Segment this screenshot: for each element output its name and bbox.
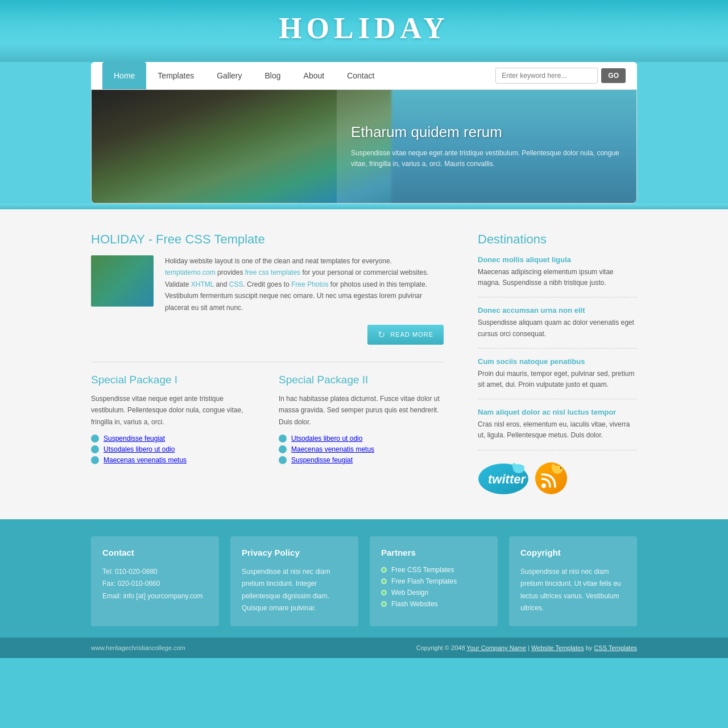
pkg-link[interactable]: Maecenas venenatis metus: [104, 456, 187, 464]
nav-blog[interactable]: Blog: [254, 62, 292, 89]
free-photos-link[interactable]: Free Photos: [291, 280, 328, 288]
footer-privacy-title: Privacy Policy: [242, 548, 347, 557]
footer-partners-title: Partners: [381, 548, 486, 557]
package-1-title: Special Package I: [91, 374, 256, 386]
dest-link-3[interactable]: Cum sociis natoque penatibus: [478, 357, 637, 366]
footer-partners: Partners Free CSS Templates Free Flash T…: [370, 536, 498, 626]
company-name-link[interactable]: Your Company Name: [466, 644, 526, 651]
twitter-icon[interactable]: twitter: [478, 462, 529, 497]
package-2-title: Special Package II: [279, 374, 444, 386]
footer-copyright-text: Suspendisse at nisi nec diam pretium tin…: [520, 566, 626, 615]
destination-item-1: Donec mollis aliquet ligula Maecenas adi…: [478, 255, 637, 297]
hero-title: Etharum quidem rerum: [351, 123, 622, 141]
partner-link-1[interactable]: Free CSS Templates: [391, 566, 454, 574]
footer-copyright-title: Copyright: [520, 548, 626, 557]
destination-item-2: Donec accumsan urna non elit Suspendisse…: [478, 306, 637, 348]
pkg-link[interactable]: Suspendisse feugiat: [291, 456, 353, 464]
site-title: HOLIDAY: [0, 11, 728, 45]
link-dot: [381, 567, 387, 573]
dest-link-2[interactable]: Donec accumsan urna non elit: [478, 306, 637, 315]
css-link[interactable]: CSS: [229, 280, 243, 288]
main-nav: Home Templates Gallery Blog About Contac…: [102, 62, 495, 89]
bullet-icon: [279, 456, 287, 464]
main-section-title: HOLIDAY - Free CSS Template: [91, 232, 444, 247]
article-image: [91, 255, 154, 307]
list-item: Suspendisse feugiat: [91, 435, 256, 442]
footer-link-item: Web Design: [381, 589, 486, 597]
link-dot: [381, 590, 387, 595]
package-1-list: Suspendisse feugiat Utsodales libero ut …: [91, 435, 256, 464]
destinations-title: Destinations: [478, 232, 637, 247]
dest-desc-2: Suspendisse aliquam quam ac dolor venena…: [478, 317, 637, 339]
nav-gallery[interactable]: Gallery: [205, 62, 253, 89]
nav-about[interactable]: About: [292, 62, 336, 89]
package-2-text: In hac habitasse platea dictumst. Fusce …: [279, 393, 444, 428]
svg-point-5: [535, 462, 567, 494]
article-body: Holiday website layout is one of the cle…: [165, 255, 444, 313]
footer-privacy: Privacy Policy Suspendisse at nisi nec d…: [230, 536, 358, 626]
templates-link[interactable]: Website Templates: [531, 644, 584, 651]
read-more-icon: ↻: [378, 329, 386, 340]
partner-link-3[interactable]: Web Design: [391, 589, 428, 597]
templatemo-link[interactable]: templatemo.com: [165, 268, 216, 276]
footer-partners-list: Free CSS Templates Free Flash Templates …: [381, 566, 486, 608]
pkg-link[interactable]: Maecenas venenatis metus: [291, 445, 374, 453]
css-templates-link[interactable]: CSS Templates: [594, 644, 637, 651]
footer-copyright-col: Copyright Suspendisse at nisi nec diam p…: [509, 536, 637, 626]
bullet-icon: [279, 435, 287, 442]
pkg-link[interactable]: Suspendisse feugiat: [104, 435, 165, 442]
dest-link-1[interactable]: Donec mollis aliquet ligula: [478, 255, 637, 264]
list-item: Utsodales libero ut odio: [279, 435, 444, 442]
dest-desc-3: Proin dui mauris, tempor eget, pulvinar …: [478, 369, 637, 390]
xhtml-link[interactable]: XHTML: [191, 280, 214, 288]
footer-privacy-text: Suspendisse at nisi nec diam pretium tin…: [242, 566, 347, 615]
partner-link-2[interactable]: Free Flash Templates: [391, 577, 457, 585]
read-more-button[interactable]: ↻ READ MORE: [367, 325, 444, 345]
pkg-link[interactable]: Utsodales libero ut odio: [104, 445, 175, 453]
nav-home[interactable]: Home: [102, 62, 146, 89]
search-button[interactable]: GO: [601, 68, 626, 83]
bullet-icon: [279, 445, 287, 453]
nav-contact[interactable]: Contact: [336, 62, 386, 89]
svg-point-10: [560, 467, 561, 468]
package-1-text: Suspendisse vitae neque eget ante tristi…: [91, 393, 256, 428]
bullet-icon: [91, 456, 99, 464]
svg-point-8: [559, 466, 562, 470]
footer-link-item: Free CSS Templates: [381, 566, 486, 574]
package-2-list: Utsodales libero ut odio Maecenas venena…: [279, 435, 444, 464]
link-dot: [381, 578, 387, 584]
footer-url: www.heritagechristiancollege.com: [91, 644, 185, 651]
footer-contact-title: Contact: [102, 548, 208, 557]
free-css-link[interactable]: free css templates: [245, 268, 300, 276]
destination-item-4: Nam aliquet dolor ac nisl luctus tempor …: [478, 408, 637, 450]
link-dot: [381, 601, 387, 607]
hero-overlay: Etharum quidem rerum Suspendisse vitae n…: [337, 90, 636, 203]
partner-link-4[interactable]: Flash Websites: [391, 600, 438, 608]
bullet-icon: [91, 445, 99, 453]
social-area: twitter: [478, 462, 637, 497]
pkg-link[interactable]: Utsodales libero ut odio: [291, 435, 362, 442]
destination-item-3: Cum sociis natoque penatibus Proin dui m…: [478, 357, 637, 399]
footer-link-item: Flash Websites: [381, 600, 486, 608]
footer-link-item: Free Flash Templates: [381, 577, 486, 585]
dest-link-4[interactable]: Nam aliquet dolor ac nisl luctus tempor: [478, 408, 637, 416]
list-item: Utsodales libero ut odio: [91, 445, 256, 453]
footer-contact: Contact Tel: 010-020-0880 Fax: 020-010-0…: [91, 536, 219, 626]
nav-templates[interactable]: Templates: [146, 62, 205, 89]
list-item: Maecenas venenatis metus: [279, 445, 444, 453]
svg-point-3: [520, 465, 524, 470]
search-input[interactable]: [495, 68, 598, 84]
svg-point-6: [541, 483, 546, 488]
package-1: Special Package I Suspendisse vitae nequ…: [91, 374, 256, 467]
footer-contact-info: Tel: 010-020-0880 Fax: 020-010-0660 Emai…: [102, 566, 208, 603]
package-2: Special Package II In hac habitasse plat…: [279, 374, 444, 467]
dest-desc-4: Cras nisl eros, elementum eu, iaculis vi…: [478, 419, 637, 441]
bullet-icon: [91, 435, 99, 442]
rss-icon[interactable]: [535, 462, 568, 497]
dest-desc-1: Maecenas adipiscing elementum ipsum vita…: [478, 267, 637, 288]
list-item: Maecenas venenatis metus: [91, 456, 256, 464]
list-item: Suspendisse feugiat: [279, 456, 444, 464]
read-more-label: READ MORE: [390, 331, 433, 338]
footer-copyright-line: Copyright © 2048 Your Company Name | Web…: [416, 644, 637, 651]
hero-description: Suspendisse vitae neque eget ante tristi…: [351, 148, 622, 169]
